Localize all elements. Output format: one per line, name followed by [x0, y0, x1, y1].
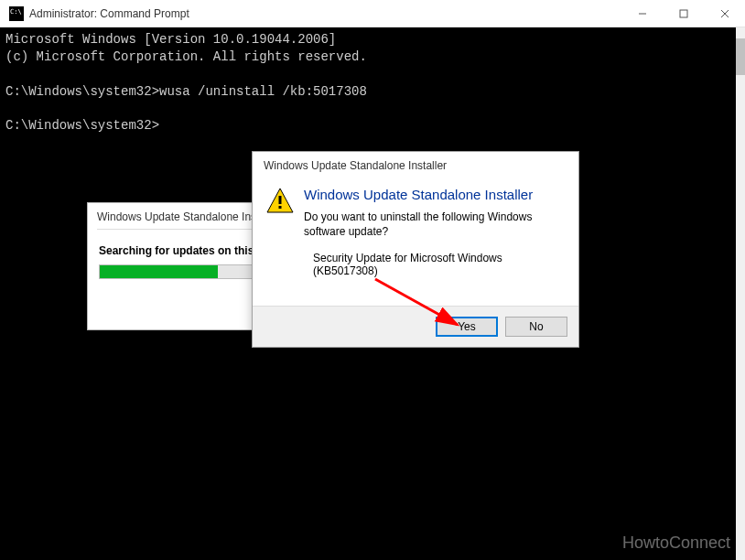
uninstall-confirm-dialog: Windows Update Standalone Installer Wind… [252, 151, 579, 348]
window-title: Administrator: Command Prompt [29, 7, 621, 20]
dialog-question: Do you want to uninstall the following W… [304, 210, 566, 239]
cmd-icon [9, 6, 24, 21]
console-line: C:\Windows\system32> [5, 118, 159, 133]
console-line: (c) Microsoft Corporation. All rights re… [5, 49, 367, 64]
scrollbar-thumb[interactable] [736, 38, 745, 75]
svg-rect-5 [279, 196, 282, 204]
minimize-icon [638, 9, 647, 18]
window-controls [621, 0, 745, 27]
update-name: Security Update for Microsoft Windows (K… [304, 252, 566, 277]
dialog-text-area: Windows Update Standalone Installer Do y… [304, 187, 566, 277]
titlebar[interactable]: Administrator: Command Prompt [0, 0, 745, 27]
watermark: HowtoConnect [622, 533, 730, 553]
maximize-icon [679, 9, 688, 18]
close-button[interactable] [704, 0, 745, 27]
yes-button[interactable]: Yes [436, 317, 498, 337]
warning-icon [265, 187, 295, 216]
dialog-body: Windows Update Standalone Installer Do y… [253, 178, 578, 286]
minimize-button[interactable] [621, 0, 663, 27]
console-line: C:\Windows\system32>wusa /uninstall /kb:… [5, 84, 367, 99]
svg-rect-6 [279, 206, 282, 209]
vertical-scrollbar[interactable] [736, 27, 745, 560]
svg-rect-1 [680, 10, 687, 17]
no-button-label: No [529, 320, 543, 333]
dialog-footer: Yes No [253, 306, 578, 347]
no-button[interactable]: No [505, 317, 567, 337]
dialog-heading: Windows Update Standalone Installer [304, 187, 566, 202]
yes-button-label: Yes [458, 320, 476, 333]
console-line: Microsoft Windows [Version 10.0.19044.20… [5, 32, 336, 47]
progress-fill [100, 265, 218, 278]
close-icon [720, 9, 729, 18]
maximize-button[interactable] [663, 0, 704, 27]
dialog-header: Windows Update Standalone Installer [253, 152, 578, 178]
